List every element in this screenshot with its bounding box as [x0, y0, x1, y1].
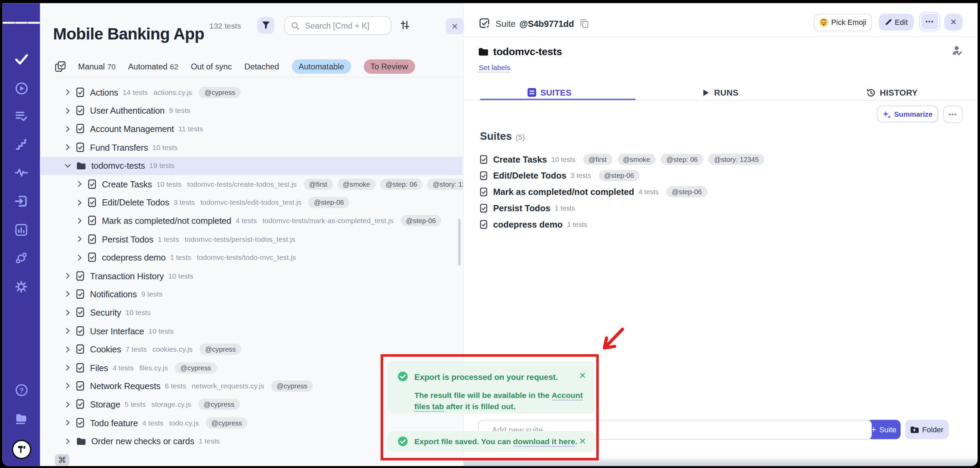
chevron-icon[interactable]	[64, 162, 71, 169]
help-icon[interactable]: ?	[2, 384, 40, 397]
tab-automatable[interactable]: Automatable	[292, 59, 351, 73]
suite-name[interactable]: Storage	[90, 399, 120, 409]
chevron-icon[interactable]	[64, 364, 71, 371]
chevron-icon[interactable]	[64, 89, 71, 95]
suite-list-item[interactable]: Persist Todos 1 tests	[480, 200, 765, 216]
suite-name[interactable]: Persist Todos	[493, 203, 550, 213]
suite-name[interactable]: todomvc-tests	[91, 160, 145, 170]
suite-name[interactable]: Create Tasks	[102, 179, 152, 189]
tab-runs[interactable]: RUNS	[635, 84, 806, 101]
tree-row[interactable]: todomvc-tests 19 tests	[40, 157, 463, 175]
suite-name[interactable]: Persist Todos	[102, 234, 153, 244]
suite-name[interactable]: Mark as completed/not completed	[102, 216, 231, 225]
tab-detached[interactable]: Detached	[244, 62, 279, 71]
add-folder-button[interactable]: Folder	[905, 420, 949, 439]
steps-icon[interactable]	[2, 139, 40, 150]
tab-manual[interactable]: Manual70	[78, 62, 116, 71]
add-suite-button[interactable]: + Suite	[867, 420, 901, 439]
projects-folder-icon[interactable]	[2, 412, 40, 424]
suite-list-item[interactable]: Edit/Delete Todos 3 tests @step-06	[480, 167, 765, 184]
suite-name[interactable]: Transaction History	[90, 271, 164, 281]
chevron-icon[interactable]	[64, 382, 71, 389]
suite-name[interactable]: Fund Transfers	[90, 143, 148, 152]
view-settings-button[interactable]	[400, 20, 410, 30]
tree-row[interactable]: Security 10 tests	[40, 303, 463, 322]
chevron-icon[interactable]	[64, 346, 71, 353]
tree-scrollbar[interactable]	[458, 219, 460, 266]
bottom-scroll-strip[interactable]	[464, 458, 978, 466]
tab-suites[interactable]: SUITES	[464, 84, 635, 101]
suite-name[interactable]: Network Requests	[90, 381, 160, 391]
chevron-icon[interactable]	[64, 401, 71, 408]
menu-icon[interactable]	[2, 21, 40, 25]
suite-list-item[interactable]: Mark as completed/not completed 4 tests …	[480, 184, 765, 200]
suite-name[interactable]: Account Management	[90, 124, 174, 134]
copy-id-button[interactable]	[580, 19, 589, 28]
suite-name[interactable]: Mark as completed/not completed	[493, 187, 634, 197]
more-actions-button[interactable]: •••	[920, 13, 940, 31]
suite-name[interactable]: User Interface	[90, 326, 144, 336]
tree-row[interactable]: User Authentication 9 tests	[40, 102, 463, 120]
chevron-icon[interactable]	[76, 181, 83, 187]
suite-name[interactable]: codepress demo	[102, 252, 166, 262]
settings-gear-icon[interactable]	[2, 281, 40, 293]
pulse-icon[interactable]	[2, 167, 40, 177]
branches-icon[interactable]	[2, 252, 40, 264]
batch-select-icon[interactable]	[55, 61, 66, 71]
chevron-icon[interactable]	[64, 107, 71, 114]
suite-name[interactable]: Actions	[90, 87, 118, 97]
testomat-logo[interactable]	[2, 440, 40, 459]
chevron-icon[interactable]	[64, 125, 71, 132]
chevron-icon[interactable]	[64, 309, 71, 316]
chevron-icon[interactable]	[76, 199, 83, 206]
chevron-icon[interactable]	[76, 236, 83, 243]
chevron-icon[interactable]	[64, 144, 71, 151]
tree-row[interactable]: Create Tasks 10 tests todomvc-tests/crea…	[40, 175, 463, 193]
chevron-icon[interactable]	[64, 419, 71, 426]
assignee-icon[interactable]	[952, 46, 962, 56]
test-plans-list-icon[interactable]	[2, 111, 40, 122]
suite-name[interactable]: Edit/Delete Todos	[102, 197, 169, 207]
tree-row[interactable]: Persist Todos 1 tests todomvc-tests/pers…	[40, 230, 463, 248]
tree-row[interactable]: Edit/Delete Todos 3 tests todomvc-tests/…	[40, 193, 463, 211]
tree-row[interactable]: Actions 14 tests actions.cy.js @cypress	[40, 83, 463, 102]
tree-row[interactable]: Notifications 9 tests	[40, 285, 463, 303]
chevron-icon[interactable]	[76, 217, 83, 224]
search-input[interactable]	[304, 21, 382, 31]
suite-name[interactable]: codepress demo	[493, 219, 563, 229]
tab-to-review[interactable]: To Review	[363, 59, 415, 73]
chevron-icon[interactable]	[64, 328, 71, 334]
tab-history[interactable]: HISTORY	[806, 84, 977, 101]
suite-name[interactable]: Todo feature	[90, 418, 138, 428]
chevron-icon[interactable]	[64, 291, 71, 298]
tree-row[interactable]: Cookies 7 tests cookies.cy.js @cypress	[40, 340, 463, 359]
suite-name[interactable]: Security	[90, 308, 121, 317]
tab-automated[interactable]: Automated62	[128, 62, 178, 71]
filter-button[interactable]	[258, 17, 275, 34]
summarize-button[interactable]: Summarize	[877, 105, 938, 122]
panel-close-button[interactable]: ✕	[446, 18, 464, 34]
tree-row[interactable]: Fund Transfers 10 tests	[40, 138, 463, 157]
tree-row[interactable]: Transaction History 10 tests	[40, 267, 463, 285]
toast-close-button[interactable]: ✕	[579, 371, 586, 380]
download-link[interactable]: download it here	[513, 437, 575, 447]
tests-check-icon[interactable]	[2, 53, 40, 65]
tree-row[interactable]: User Interface 10 tests	[40, 322, 463, 340]
chevron-icon[interactable]	[64, 438, 71, 444]
tree-row[interactable]: Todo feature 4 tests todo.cy.js @cypress	[40, 414, 463, 432]
edit-button[interactable]: Edit	[878, 14, 914, 31]
chevron-icon[interactable]	[76, 254, 83, 261]
tree-row[interactable]: Mark as completed/not completed 4 tests …	[40, 211, 463, 230]
suite-list-item[interactable]: codepress demo 1 tests	[480, 216, 765, 233]
toast-close-button[interactable]: ✕	[579, 437, 586, 446]
reports-chart-icon[interactable]	[2, 224, 40, 236]
suite-name[interactable]: Create Tasks	[493, 154, 547, 164]
suite-name[interactable]: Edit/Delete Todos	[493, 170, 566, 180]
chevron-icon[interactable]	[64, 273, 71, 279]
set-labels-link[interactable]: Set labels	[479, 63, 511, 73]
tree-row[interactable]: codepress demo 1 tests todomvc-tests/tod…	[40, 248, 463, 267]
suite-name[interactable]: User Authentication	[90, 106, 165, 116]
import-icon[interactable]	[2, 195, 40, 208]
suite-name[interactable]: Order new checks or cards	[91, 436, 194, 446]
suite-name[interactable]: Files	[90, 363, 108, 373]
